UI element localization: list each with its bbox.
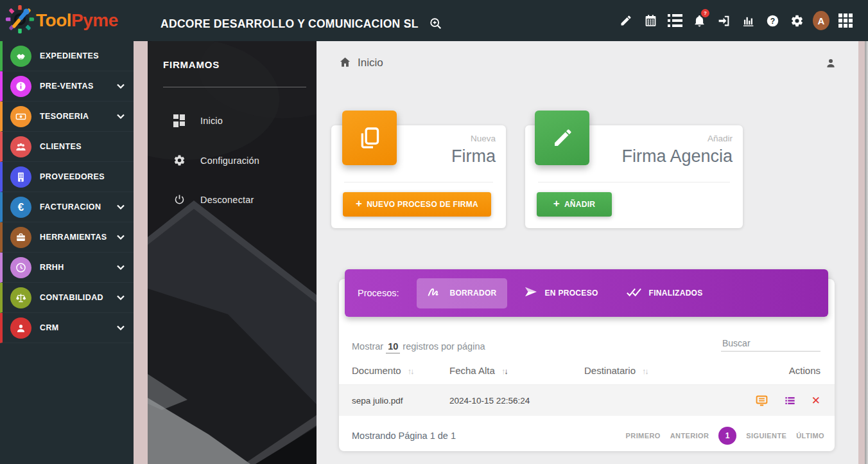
page-length-select[interactable]: 10 [386,341,400,353]
column-header-actions: Actions [687,365,820,376]
top-icon-bar: ? ? A [614,8,868,33]
double-check-icon [625,287,642,300]
cell-fecha-alta: 2024-10-15 22:56:24 [449,396,584,406]
panel-item-configuracion[interactable]: Configuración [148,154,317,166]
info-icon [10,76,31,97]
scales-icon [10,287,31,308]
briefcase-icon [10,227,31,248]
search-input[interactable] [721,335,820,352]
sidebar-item-crm[interactable]: CRM [0,313,134,343]
divider [163,87,306,87]
panel-item-desconectar[interactable]: Desconectar [148,193,317,206]
edit-icon[interactable] [614,8,638,33]
processes-filter-bar: Procesos: BORRADOR EN PROCESO FINALIZADO… [345,269,828,317]
chevron-down-icon [117,204,125,210]
table-row: sepa julio.pdf 2024-10-15 22:56:24 ✕ [339,385,835,416]
chevron-down-icon [117,235,125,240]
divider [538,182,730,183]
calendar-icon[interactable] [638,8,663,33]
sidebar-item-label: FACTURACION [40,202,101,211]
help-icon[interactable]: ? [760,8,785,33]
sidebar-item-facturacion[interactable]: € FACTURACION [0,192,134,222]
sign-in-icon[interactable] [711,8,736,33]
column-header-fecha-alta[interactable]: Fecha Alta↑↓ [449,365,584,376]
sidebar-item-label: HERRAMIENTAS [40,233,107,242]
sidebar-item-label: TESORERIA [40,112,89,121]
chevron-down-icon [117,295,125,300]
sort-icons[interactable]: ↑↓ [408,367,413,376]
sidebar-item-proveedores[interactable]: PROVEEDORES [0,162,134,192]
tab-borrador[interactable]: BORRADOR [417,278,507,308]
sidebar-item-expedientes[interactable]: EXPEDIENTES [0,41,134,71]
chevron-down-icon [117,325,125,330]
view-document-icon[interactable] [755,394,768,407]
notifications-bell-icon[interactable]: ? [687,8,711,33]
apps-grid-icon[interactable] [833,8,858,33]
pagination-last[interactable]: ÚLTIMO [796,432,824,440]
plus-icon: + [553,197,560,210]
pagination-next[interactable]: SIGUIENTE [746,432,786,440]
tab-en-proceso[interactable]: EN PROCESO [514,278,609,308]
table-header-row: Documento↑↓ Fecha Alta↑↓ Destinatario↑↓ … [339,357,835,385]
top-bar: ToolPyme ADCORE DESARROLLO Y COMUNICACIO… [0,0,868,41]
chevron-down-icon [117,114,125,119]
sidebar-item-label: PROVEEDORES [40,172,105,181]
pagination-current-page[interactable]: 1 [718,427,736,445]
copy-icon [342,111,397,165]
plus-icon: + [356,197,362,210]
anadir-button[interactable]: + AÑADIR [537,192,612,217]
building-icon [10,166,31,188]
column-header-documento[interactable]: Documento↑↓ [352,365,449,376]
banknote-icon [10,106,31,127]
list-detail-icon[interactable] [784,395,796,407]
dashboard-icon [172,114,186,127]
sidebar-item-label: EXPEDIENTES [40,51,99,60]
power-icon [172,193,186,206]
scrollbar[interactable] [865,41,868,464]
pagination-previous[interactable]: ANTERIOR [670,432,709,440]
zoom-in-icon[interactable] [429,17,443,31]
processes-label: Procesos: [358,288,399,298]
sidebar-item-label: PRE-VENTAS [40,82,94,91]
sidebar-item-rrhh[interactable]: RRHH [0,253,134,283]
user-icon [10,317,31,339]
chevron-down-icon [117,84,125,89]
home-icon[interactable] [339,56,351,71]
sidebar-item-pre-ventas[interactable]: PRE-VENTAS [0,71,134,102]
settings-gear-icon[interactable] [785,8,809,33]
sort-icons[interactable]: ↑↓ [642,367,648,376]
task-list-icon[interactable] [663,8,687,33]
delete-icon[interactable]: ✕ [812,395,820,406]
breadcrumb-label[interactable]: Inicio [358,57,383,69]
panel-title: FIRMAMOS [148,41,317,70]
app-logo[interactable]: ToolPyme [0,4,136,37]
gear-icon [172,154,186,166]
sidebar-item-label: RRHH [40,263,64,272]
bar-chart-icon[interactable] [736,8,760,33]
page-summary: Mostrando Página 1 de 1 [352,431,456,441]
row-actions: ✕ [687,394,820,407]
user-avatar[interactable]: A [809,8,833,33]
user-profile-icon[interactable] [825,57,837,69]
panel-item-inicio[interactable]: Inicio [148,114,317,127]
sidebar-item-herramientas[interactable]: HERRAMIENTAS [0,222,134,253]
card-subtitle: Añadir [707,134,733,143]
nuevo-proceso-de-firma-button[interactable]: + NUEVO PROCESO DE FIRMA [343,192,491,217]
sidebar-item-contabilidad[interactable]: CONTABILIDAD [0,283,134,313]
clock-icon [10,257,31,278]
avatar-letter: A [813,11,829,30]
sidebar-item-clientes[interactable]: CLIENTES [0,132,134,162]
sidebar-item-tesoreria[interactable]: TESORERIA [0,102,134,132]
send-icon [524,286,538,300]
handshake-icon [10,46,31,67]
tab-finalizados[interactable]: FINALIZADOS [615,278,713,308]
panel-item-label: Desconectar [200,195,254,205]
chevron-down-icon [117,265,125,270]
table-controls: Mostrar 10 registros por página [339,326,835,352]
notification-badge: ? [701,9,709,17]
pagination: PRIMERO ANTERIOR 1 SIGUIENTE ÚLTIMO [626,427,824,445]
column-header-destinatario[interactable]: Destinatario↑↓ [584,365,687,376]
pagination-first[interactable]: PRIMERO [626,432,661,440]
page-length-label: Mostrar 10 registros por página [352,341,485,352]
sort-icons[interactable]: ↑↓ [501,367,507,376]
